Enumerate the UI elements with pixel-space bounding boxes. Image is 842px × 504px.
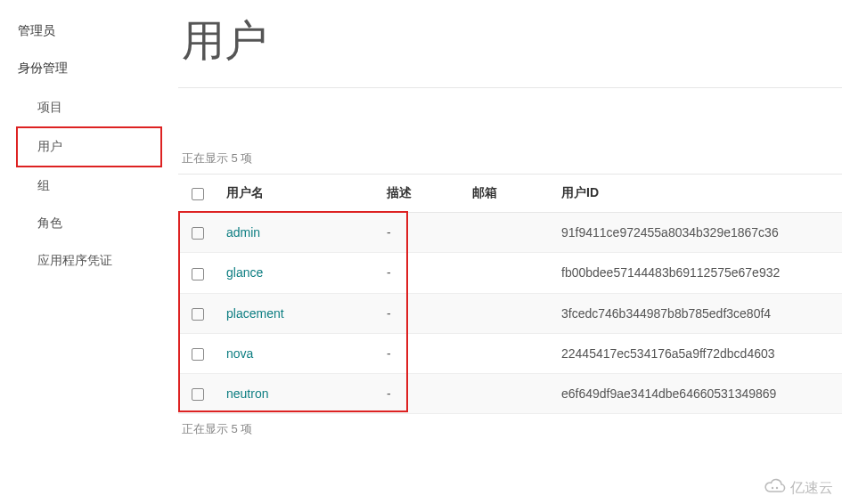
svg-point-0 <box>772 487 773 489</box>
row-checkbox[interactable] <box>192 308 204 321</box>
row-checkbox[interactable] <box>192 268 204 280</box>
sidebar-top-category[interactable]: 管理员 <box>0 14 178 52</box>
cell-desc: - <box>378 333 463 373</box>
user-link[interactable]: neutron <box>226 386 268 401</box>
checkbox-icon[interactable] <box>192 188 204 200</box>
cell-userid: fb00bdee57144483b69112575e67e932 <box>552 253 842 293</box>
cell-userid: 22445417ec534176a5a9ff72dbcd4603 <box>552 333 842 373</box>
item-count-top: 正在显示 5 项 <box>178 150 842 167</box>
select-all-header[interactable] <box>178 175 217 213</box>
cell-mail <box>463 333 552 373</box>
watermark: 亿速云 <box>764 478 833 499</box>
table-row: placement - 3fcedc746b344987b8b785edf3ce… <box>178 293 842 333</box>
sidebar-section-identity[interactable]: 身份管理 <box>0 52 178 89</box>
header-username[interactable]: 用户名 <box>217 175 378 213</box>
table-row: glance - fb00bdee57144483b69112575e67e93… <box>178 253 842 293</box>
sidebar-item-app-credentials[interactable]: 应用程序凭证 <box>0 242 178 280</box>
cloud-icon <box>764 478 787 499</box>
user-link[interactable]: admin <box>226 225 260 240</box>
cell-userid: 3fcedc746b344987b8b785edf3ce80f4 <box>552 293 842 333</box>
table-row: nova - 22445417ec534176a5a9ff72dbcd4603 <box>178 333 842 373</box>
cell-mail <box>463 293 552 333</box>
sidebar-item-projects[interactable]: 项目 <box>0 89 178 126</box>
row-checkbox[interactable] <box>192 388 204 401</box>
svg-point-1 <box>776 487 778 489</box>
row-checkbox[interactable] <box>192 348 204 361</box>
header-mail[interactable]: 邮箱 <box>463 175 552 213</box>
sidebar-item-groups[interactable]: 组 <box>0 167 178 205</box>
cell-mail <box>463 374 552 414</box>
row-checkbox[interactable] <box>192 227 204 240</box>
table-row: neutron - e6f649df9ae3414dbe646605313498… <box>178 374 842 414</box>
page-title: 用户 <box>178 9 842 88</box>
cell-userid: 91f9411ce972455a8034b329e1867c36 <box>552 213 842 253</box>
user-link[interactable]: glance <box>226 265 263 280</box>
cell-desc: - <box>378 213 463 253</box>
cell-desc: - <box>378 253 463 293</box>
cell-desc: - <box>378 374 463 414</box>
item-count-bottom: 正在显示 5 项 <box>178 414 842 437</box>
users-table: 用户名 描述 邮箱 用户ID admin - 91f9411ce972455a8… <box>178 174 842 414</box>
sidebar: 管理员 身份管理 项目 用户 组 角色 应用程序凭证 <box>0 0 178 504</box>
cell-mail <box>463 213 552 253</box>
header-userid[interactable]: 用户ID <box>552 175 842 213</box>
table-row: admin - 91f9411ce972455a8034b329e1867c36 <box>178 213 842 253</box>
user-link[interactable]: nova <box>226 346 253 361</box>
table-header-row: 用户名 描述 邮箱 用户ID <box>178 175 842 213</box>
sidebar-item-roles[interactable]: 角色 <box>0 205 178 242</box>
cell-desc: - <box>378 293 463 333</box>
user-link[interactable]: placement <box>226 306 284 321</box>
sidebar-item-users[interactable]: 用户 <box>16 126 162 167</box>
cell-mail <box>463 253 552 293</box>
header-desc[interactable]: 描述 <box>378 175 463 213</box>
cell-userid: e6f649df9ae3414dbe64660531349869 <box>552 374 842 414</box>
main-content: 用户 正在显示 5 项 用户名 描述 邮箱 用户ID admin <box>178 0 842 504</box>
layout: 管理员 身份管理 项目 用户 组 角色 应用程序凭证 用户 正在显示 5 项 用… <box>0 0 842 504</box>
watermark-text: 亿速云 <box>790 479 833 498</box>
